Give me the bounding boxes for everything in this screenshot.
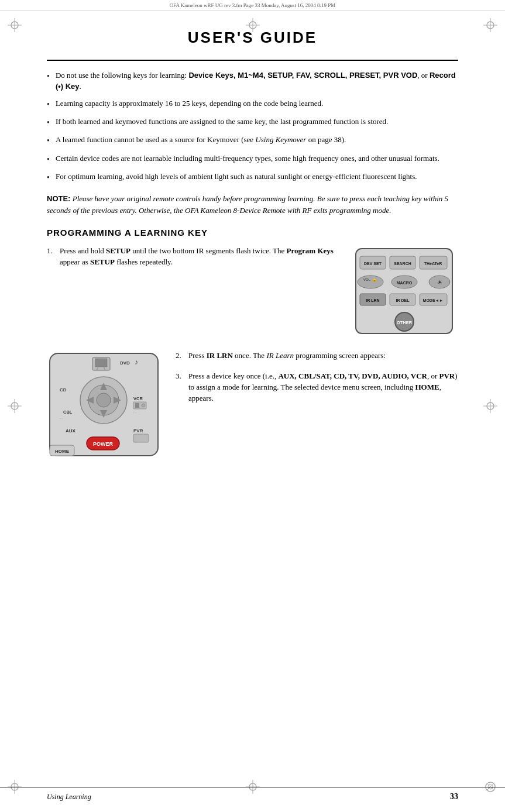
- svg-text:· ·: · ·: [133, 411, 136, 414]
- main-content: USER'S GUIDE • Do not use the following …: [0, 11, 505, 496]
- svg-text:SEARCH: SEARCH: [394, 262, 411, 266]
- page-title: USER'S GUIDE: [47, 29, 458, 47]
- bullet-icon: •: [47, 135, 50, 147]
- svg-rect-65: [135, 403, 139, 408]
- svg-text:THeATeR: THeATeR: [424, 262, 442, 266]
- remote-bottom-svg: DVD ♪ CD CBL · ·: [47, 350, 161, 459]
- svg-text:VCR: VCR: [133, 396, 143, 401]
- page: OFA Kameleon wRF UG rev 3.fm Page 33 Mon…: [0, 0, 505, 812]
- list-item: • A learned function cannot be used as a…: [47, 135, 458, 147]
- step3-row: 3. Press a device key once (i.e., AUX, C…: [176, 371, 458, 404]
- bullet-text: Learning capacity is approximately 16 to…: [56, 98, 458, 109]
- svg-text:PVR: PVR: [133, 428, 143, 433]
- bullet-text: A learned function cannot be used as a s…: [56, 135, 458, 146]
- bullet-text: Certain device codes are not learnable i…: [56, 153, 458, 164]
- list-item: • Do not use the following keys for lear…: [47, 70, 458, 92]
- bullet-text: If both learned and keymoved functions a…: [56, 116, 458, 128]
- svg-text:HOME: HOME: [55, 449, 70, 454]
- step3-content: Press a device key once (i.e., AUX, CBL/…: [188, 371, 458, 404]
- bullet-icon: •: [47, 117, 50, 129]
- svg-text:♪: ♪: [135, 358, 138, 366]
- svg-text:POWER: POWER: [93, 441, 114, 447]
- note-label: NOTE:: [47, 194, 70, 203]
- list-item: • Certain device codes are not learnable…: [47, 153, 458, 166]
- svg-rect-47: [95, 359, 107, 367]
- step2-container: DVD ♪ CD CBL · ·: [47, 350, 458, 461]
- remote-top-svg: DEV SET SEARCH THeATeR VOL 🔒 MACRO: [353, 246, 455, 336]
- bullet-icon: •: [47, 99, 50, 111]
- svg-point-59: [97, 393, 111, 407]
- bullet-icon: •: [47, 71, 50, 82]
- bullet-text: For optimum learning, avoid high levels …: [56, 171, 458, 183]
- section-heading: Programming a Learning Key: [47, 228, 458, 238]
- list-item: • For optimum learning, avoid high level…: [47, 171, 458, 184]
- svg-text:OTHER: OTHER: [397, 320, 413, 325]
- remote-top-image: DEV SET SEARCH THeATeR VOL 🔒 MACRO: [353, 246, 458, 339]
- divider: [47, 60, 458, 61]
- step1-text: 1. Press and hold SETUP until the two bo…: [47, 246, 341, 275]
- step2-row: 2. Press IR LRN once. The IR Learn progr…: [176, 350, 458, 362]
- step1-row: 1. Press and hold SETUP until the two bo…: [47, 246, 341, 268]
- svg-text:CBL: CBL: [63, 410, 73, 415]
- svg-text:AUX: AUX: [66, 428, 76, 433]
- footer-right: 33: [450, 792, 458, 801]
- footer-left: Using Learning: [47, 793, 91, 801]
- footer: Using Learning 33: [0, 787, 505, 801]
- svg-point-66: [142, 404, 145, 407]
- svg-text:DEV SET: DEV SET: [364, 262, 382, 266]
- list-item: • Learning capacity is approximately 16 …: [47, 98, 458, 111]
- svg-text:DVD: DVD: [120, 360, 130, 366]
- bullet-icon: •: [47, 154, 50, 166]
- svg-text:CD: CD: [60, 387, 67, 393]
- svg-text:MODE◄►: MODE◄►: [423, 298, 444, 302]
- svg-text:IR LRN: IR LRN: [366, 298, 379, 302]
- svg-text:· ·: · ·: [133, 440, 136, 443]
- section-heading-text: Programming a Learning Key: [47, 228, 208, 238]
- bullet-icon: •: [47, 172, 50, 184]
- step1-container: 1. Press and hold SETUP until the two bo…: [47, 246, 458, 339]
- svg-text:VOL: VOL: [363, 278, 371, 281]
- step1-number: 1.: [47, 246, 60, 257]
- svg-text:IR DEL: IR DEL: [396, 298, 410, 302]
- note-block: NOTE: Please have your original remote c…: [47, 193, 458, 216]
- svg-text:· ·: · ·: [60, 417, 63, 420]
- step2-content: Press IR LRN once. The IR Learn programm…: [188, 350, 386, 362]
- header-text: OFA Kameleon wRF UG rev 3.fm Page 33 Mon…: [170, 2, 336, 8]
- step1-content: Press and hold SETUP until the two botto…: [60, 246, 341, 268]
- step2-number: 2.: [176, 350, 188, 362]
- bullet-list: • Do not use the following keys for lear…: [47, 70, 458, 184]
- step2-image: DVD ♪ CD CBL · ·: [47, 350, 164, 461]
- step3-number: 3.: [176, 371, 188, 382]
- svg-text:🔒: 🔒: [372, 276, 377, 282]
- note-text: Please have your original remote control…: [47, 194, 448, 215]
- step2-step-text: 2. Press IR LRN once. The IR Learn progr…: [176, 350, 458, 411]
- list-item: • If both learned and keymoved functions…: [47, 116, 458, 129]
- header-bar: OFA Kameleon wRF UG rev 3.fm Page 33 Mon…: [0, 0, 505, 11]
- svg-text:MACRO: MACRO: [397, 281, 413, 285]
- bullet-text: Do not use the following keys for learni…: [56, 70, 458, 92]
- svg-text:☀: ☀: [437, 279, 442, 285]
